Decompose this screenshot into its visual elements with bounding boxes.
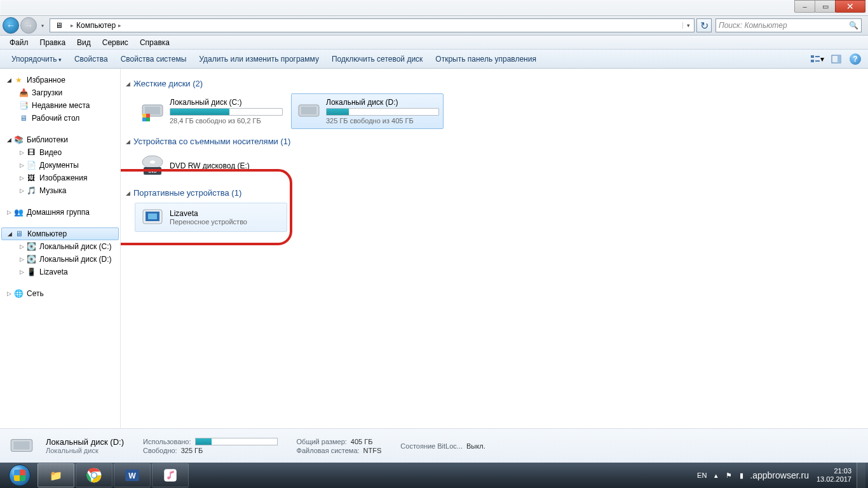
- svg-rect-10: [142, 118, 146, 121]
- tree-favorites[interactable]: ◢★Избранное: [0, 74, 120, 86]
- organize-button[interactable]: Упорядочить: [5, 52, 68, 66]
- documents-icon: 📄: [25, 160, 37, 170]
- menu-tools[interactable]: Сервис: [97, 37, 134, 48]
- details-pane: Локальный диск (D:) Локальный диск Испол…: [0, 428, 868, 463]
- libraries-icon: 📚: [13, 135, 24, 145]
- tree-recent[interactable]: 📑Недавние места: [0, 99, 120, 112]
- search-icon[interactable]: 🔍: [849, 21, 858, 30]
- minimize-button[interactable]: –: [794, 0, 815, 13]
- drive-label: Локальный диск (D:): [326, 98, 439, 107]
- close-button[interactable]: ✕: [835, 0, 865, 13]
- drive-icon: 💽: [25, 254, 37, 264]
- itunes-icon: [162, 467, 179, 484]
- properties-button[interactable]: Свойства: [68, 52, 114, 66]
- recent-icon: 📑: [18, 100, 29, 111]
- breadcrumb-sep-icon[interactable]: ▸: [116, 22, 124, 29]
- tree-homegroup[interactable]: ▷👥Домашняя группа: [0, 206, 120, 219]
- tree-documents[interactable]: ▷📄Документы: [0, 159, 120, 172]
- svg-rect-0: [811, 55, 814, 58]
- svg-rect-9: [146, 114, 150, 118]
- watermark: .appbrowser.ru: [747, 470, 811, 480]
- word-icon: W: [124, 467, 140, 484]
- video-icon: 🎞: [25, 147, 37, 158]
- tree-videos[interactable]: ▷🎞Видео: [0, 146, 120, 159]
- address-bar[interactable]: 🖥 ▸ Компьютер ▸ ▾: [50, 18, 695, 32]
- details-subtitle: Локальный диск: [46, 447, 124, 454]
- refresh-button[interactable]: ↻: [696, 18, 712, 32]
- maximize-button[interactable]: ▭: [815, 0, 836, 13]
- taskbar-itunes[interactable]: [152, 463, 189, 487]
- drive-d[interactable]: Локальный диск (D:) 325 ГБ свободно из 4…: [291, 93, 444, 129]
- taskbar-word[interactable]: W: [114, 463, 151, 487]
- svg-text:W: W: [128, 471, 136, 480]
- menu-help[interactable]: Справка: [134, 37, 175, 48]
- menu-file[interactable]: Файл: [4, 37, 34, 48]
- portable-device[interactable]: Lizaveta Переносное устройство: [135, 203, 287, 232]
- show-desktop-button[interactable]: [857, 463, 865, 488]
- device-label: Lizaveta: [170, 209, 283, 218]
- menu-edit[interactable]: Правка: [34, 37, 72, 48]
- tray-language[interactable]: EN: [693, 471, 710, 479]
- usage-bar: [326, 108, 439, 116]
- svg-point-25: [92, 473, 96, 477]
- dvd-icon: DVD: [139, 152, 166, 179]
- search-input[interactable]: Поиск: Компьютер 🔍: [715, 18, 862, 32]
- taskbar-chrome[interactable]: [76, 463, 112, 487]
- help-button[interactable]: ?: [848, 51, 863, 67]
- drive-icon: 💽: [25, 241, 37, 252]
- hdd-icon: [295, 98, 322, 125]
- usage-bar: [170, 108, 283, 116]
- svg-rect-11: [146, 118, 150, 121]
- tree-lizaveta[interactable]: ▷📱Lizaveta: [0, 266, 120, 278]
- folder-icon: 📁: [50, 470, 62, 482]
- breadcrumb-computer[interactable]: Компьютер: [76, 21, 116, 30]
- group-hard-disks[interactable]: ◢Жесткие диски (2): [126, 79, 862, 88]
- taskbar: 📁 W EN ▴ ⚑ ▮ .appbrowser.ru 21:03 13.02.…: [0, 463, 868, 488]
- tray-clock[interactable]: 21:03 13.02.2017: [811, 467, 857, 484]
- tree-network[interactable]: ▷🌐Сеть: [0, 287, 120, 300]
- system-properties-button[interactable]: Свойства системы: [114, 52, 193, 66]
- tree-drive-d[interactable]: ▷💽Локальный диск (D:): [0, 253, 120, 266]
- open-control-panel-button[interactable]: Открыть панель управления: [429, 52, 543, 66]
- tree-pictures[interactable]: ▷🖼Изображения: [0, 172, 120, 184]
- folder-icon: 📥: [18, 88, 29, 98]
- tree-music[interactable]: ▷🎵Музыка: [0, 184, 120, 197]
- drive-c[interactable]: Локальный диск (C:) 28,4 ГБ свободно из …: [135, 93, 287, 129]
- device-icon: 📱: [25, 267, 37, 277]
- group-portable[interactable]: ◢Портативные устройства (1): [126, 188, 862, 198]
- tree-computer[interactable]: ◢🖥Компьютер: [1, 227, 119, 240]
- start-button[interactable]: [3, 463, 37, 488]
- change-view-button[interactable]: ▾: [810, 51, 825, 67]
- tray-flag-icon[interactable]: ⚑: [722, 471, 736, 480]
- uninstall-change-program-button[interactable]: Удалить или изменить программу: [193, 52, 325, 66]
- drive-label: Локальный диск (C:): [170, 98, 283, 107]
- map-network-drive-button[interactable]: Подключить сетевой диск: [325, 52, 429, 66]
- tree-libraries[interactable]: ◢📚Библиотеки: [0, 133, 120, 146]
- drive-label: DVD RW дисковод (E:): [170, 161, 283, 170]
- back-button[interactable]: ←: [3, 17, 19, 34]
- tray-battery-icon[interactable]: ▮: [736, 471, 747, 480]
- svg-text:DVD: DVD: [149, 170, 157, 173]
- forward-button[interactable]: →: [20, 17, 37, 34]
- taskbar-explorer[interactable]: 📁: [37, 463, 74, 487]
- svg-rect-7: [145, 107, 160, 114]
- computer-icon: 🖥: [53, 20, 65, 30]
- tree-desktop[interactable]: 🖥Рабочий стол: [0, 112, 120, 125]
- nav-history-dropdown[interactable]: ▾: [38, 17, 47, 34]
- portable-device-icon: [139, 204, 166, 231]
- tree-downloads[interactable]: 📥Загрузки: [0, 86, 120, 99]
- tray-show-hidden-icon[interactable]: ▴: [710, 471, 722, 480]
- address-dropdown[interactable]: ▾: [682, 22, 694, 29]
- svg-rect-20: [148, 214, 157, 219]
- breadcrumb-sep-icon: ▸: [68, 22, 76, 29]
- navigation-pane: ◢★Избранное 📥Загрузки 📑Недавние места 🖥Р…: [0, 69, 121, 428]
- menu-view[interactable]: Вид: [71, 37, 97, 48]
- preview-pane-button[interactable]: [829, 51, 844, 67]
- group-removable[interactable]: ◢Устройства со съемными носителями (1): [126, 137, 862, 146]
- content-pane: ◢Жесткие диски (2) Локальный диск (C:) 2…: [121, 69, 868, 428]
- drive-space: 28,4 ГБ свободно из 60,2 ГБ: [170, 117, 283, 125]
- tree-drive-c[interactable]: ▷💽Локальный диск (C:): [0, 240, 120, 253]
- pictures-icon: 🖼: [25, 173, 37, 183]
- svg-rect-5: [837, 55, 841, 63]
- dvd-drive[interactable]: DVD DVD RW дисковод (E:): [135, 151, 287, 180]
